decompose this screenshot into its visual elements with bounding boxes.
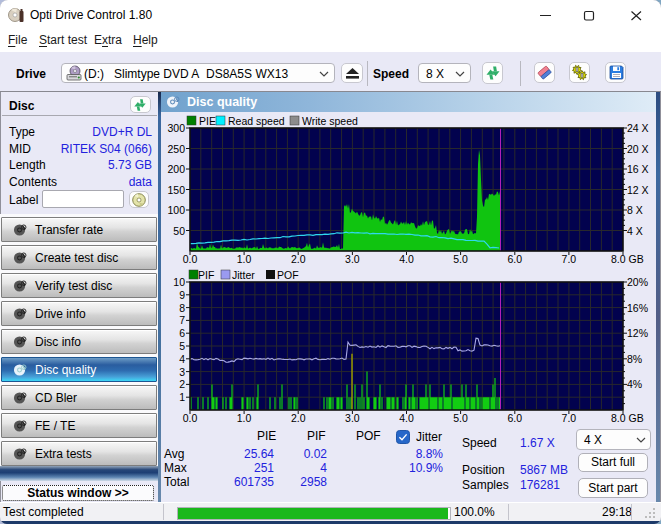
svg-text:7: 7 [179, 314, 185, 326]
svg-text:2.0: 2.0 [291, 412, 306, 424]
svg-text:8: 8 [179, 302, 185, 314]
svg-text:4.0: 4.0 [399, 253, 414, 265]
svg-text:16 X: 16 X [627, 163, 649, 175]
svg-text:7.0: 7.0 [562, 412, 577, 424]
svg-text:Read speed: Read speed [228, 115, 285, 127]
svg-text:6.0: 6.0 [507, 412, 522, 424]
svg-text:3: 3 [179, 366, 185, 378]
svg-text:250: 250 [167, 143, 185, 155]
svg-text:5.0: 5.0 [453, 412, 468, 424]
svg-text:10: 10 [173, 276, 185, 288]
svg-text:3.0: 3.0 [345, 253, 360, 265]
svg-text:20%: 20% [627, 276, 648, 288]
svg-text:1.0: 1.0 [237, 412, 252, 424]
svg-text:2.0: 2.0 [291, 253, 306, 265]
svg-text:0.0: 0.0 [183, 412, 198, 424]
svg-text:24 X: 24 X [627, 122, 649, 134]
svg-text:4: 4 [179, 353, 185, 365]
svg-text:PIE: PIE [199, 115, 216, 127]
svg-text:20 X: 20 X [627, 143, 649, 155]
svg-text:Write speed: Write speed [302, 115, 358, 127]
svg-text:POF: POF [277, 269, 299, 281]
svg-text:6: 6 [179, 327, 185, 339]
svg-text:6.0: 6.0 [507, 253, 522, 265]
svg-text:5: 5 [179, 340, 185, 352]
svg-text:8.0 GB: 8.0 GB [611, 412, 644, 424]
svg-text:3.0: 3.0 [345, 412, 360, 424]
svg-text:8%: 8% [627, 353, 642, 365]
svg-text:1.0: 1.0 [237, 253, 252, 265]
svg-text:4 X: 4 X [627, 225, 643, 237]
svg-text:100: 100 [167, 204, 185, 216]
svg-text:50: 50 [173, 225, 185, 237]
svg-text:150: 150 [167, 184, 185, 196]
svg-text:8 X: 8 X [627, 204, 643, 216]
svg-text:7.0: 7.0 [562, 253, 577, 265]
svg-text:4.0: 4.0 [399, 412, 414, 424]
svg-text:0.0: 0.0 [183, 253, 198, 265]
svg-text:200: 200 [167, 163, 185, 175]
svg-text:300: 300 [167, 122, 185, 134]
svg-text:Jitter: Jitter [232, 269, 255, 281]
svg-text:9: 9 [179, 289, 185, 301]
svg-text:PIF: PIF [198, 269, 214, 281]
svg-text:5.0: 5.0 [453, 253, 468, 265]
svg-text:4%: 4% [627, 378, 642, 390]
svg-text:12 X: 12 X [627, 184, 649, 196]
svg-text:12%: 12% [627, 327, 648, 339]
svg-text:1: 1 [179, 391, 185, 403]
svg-text:2: 2 [179, 378, 185, 390]
svg-text:16%: 16% [627, 302, 648, 314]
svg-text:8.0 GB: 8.0 GB [611, 253, 644, 265]
